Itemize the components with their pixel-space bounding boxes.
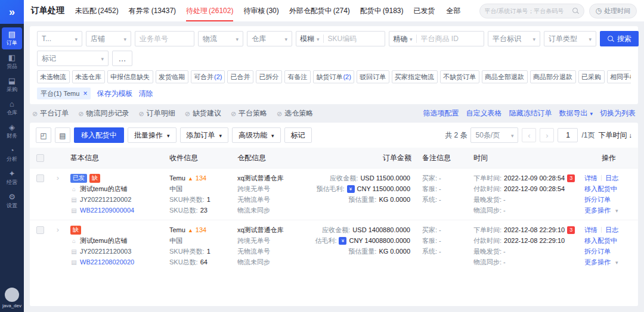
order-search[interactable] (479, 4, 584, 18)
match-mode-select[interactable]: 模糊 (296, 34, 323, 44)
country: 中国 (169, 236, 182, 245)
data-export-link[interactable]: 数据导出 (559, 108, 593, 118)
batch-actions-button[interactable]: 批量操作 (128, 127, 177, 143)
link-order-detail[interactable]: 订单明细 (138, 108, 175, 118)
user-avatar[interactable]: java_dev (0, 288, 24, 308)
tab-review[interactable]: 待审核(30) (243, 0, 278, 21)
link-shortage-suggestion[interactable]: 缺货建议 (185, 108, 221, 118)
fullscreen-button[interactable] (36, 127, 51, 143)
link-warehouse-strategy[interactable]: 选仓策略 (277, 108, 313, 118)
chip-ship-deadline[interactable]: 发货临期 (156, 70, 188, 83)
more-actions-link[interactable]: 更多操作 (584, 258, 611, 267)
order-search-input[interactable] (485, 8, 569, 14)
sidebar-item-operation[interactable]: ✦ 经营 (2, 167, 22, 189)
chevron-down-icon (269, 131, 274, 139)
custom-table-link[interactable]: 自定义表格 (466, 108, 501, 118)
chip-merged[interactable]: 已合并 (227, 70, 253, 83)
log-link[interactable]: 日志 (605, 174, 618, 183)
tab-pending[interactable]: 待处理(26102) (186, 0, 233, 21)
chip-no-shortage[interactable]: 不缺货订单 (440, 70, 479, 83)
select-all-checkbox[interactable] (36, 154, 44, 162)
chip-partial-refund[interactable]: 商品部分退款 (530, 70, 576, 83)
chip-split[interactable]: 已拆分 (256, 70, 282, 83)
link-logistics-sync-log[interactable]: 物流同步记录 (78, 108, 129, 118)
tab-abnormal[interactable]: 有异常(13437) (129, 0, 176, 21)
tab-allocating[interactable]: 配货中(9183) (360, 0, 404, 21)
next-page-button[interactable] (540, 128, 554, 142)
move-to-allocating-link[interactable]: 移入配货中 (584, 236, 617, 245)
chip-same-phone[interactable]: 相同手机 (607, 70, 631, 83)
sidebar-item-orders[interactable]: ▤ 订单 (2, 27, 22, 49)
chip-has-remark[interactable]: 有备注 (284, 70, 311, 83)
clear-filters-link[interactable]: 清除 (138, 89, 153, 99)
mark-button[interactable]: 标记 (284, 127, 312, 143)
sidebar-item-warehouse[interactable]: ⌂ 仓库 (2, 97, 22, 119)
wb-no-link[interactable]: WB221209000004 (80, 207, 134, 214)
search-button[interactable]: 搜索 (600, 31, 639, 46)
log-link[interactable]: 日志 (605, 226, 618, 235)
chip-declare-missing[interactable]: 申报信息缺失 (107, 70, 153, 83)
link-platform-strategy[interactable]: 平台策略 (231, 108, 267, 118)
chip-rejected[interactable]: 驳回订单 (357, 70, 389, 83)
add-order-button[interactable]: 添加订单 (180, 127, 229, 143)
hide-frozen-orders-link[interactable]: 隐藏冻结订单 (509, 108, 552, 118)
chip-no-warehouse[interactable]: 未选仓库 (72, 70, 105, 83)
platform-flag-select[interactable]: 平台标识 (488, 31, 540, 46)
tab-label: 待处理 (186, 6, 208, 16)
chip-purchased[interactable]: 已采购 (578, 70, 605, 83)
process-time-button[interactable]: 处理时间 (589, 4, 637, 18)
prev-page-button[interactable] (522, 128, 536, 142)
mark-select[interactable]: 标记 (37, 51, 109, 66)
store-select[interactable]: 店铺 (86, 31, 131, 46)
row-checkbox[interactable] (36, 174, 44, 182)
logistics-select[interactable]: 物流 (198, 31, 243, 46)
row-checkbox[interactable] (36, 226, 44, 234)
match-mode-select[interactable]: 精确 (389, 34, 416, 44)
expand-row-icon[interactable] (57, 173, 59, 216)
sidebar-item-purchase[interactable]: ⬓ 采购 (2, 74, 22, 96)
chip-full-refund[interactable]: 商品全部退款 (482, 70, 528, 83)
move-to-allocating-link[interactable]: 移入配货中 (584, 185, 617, 194)
page-size-select[interactable]: 50条/页 (470, 127, 518, 143)
split-order-link[interactable]: 拆分订单 (584, 195, 611, 204)
search-icon (607, 35, 614, 42)
tab-external-allocating[interactable]: 外部仓配货中(274) (289, 0, 350, 21)
chip-mergeable[interactable]: 可合并(2) (191, 70, 225, 83)
chip-no-logistics[interactable]: 未选物流 (37, 70, 70, 83)
table-config-button[interactable] (55, 127, 70, 143)
receivable-amount: USD 1400880.0000 (352, 226, 410, 233)
sidebar-item-finance[interactable]: ◈ 财务 (2, 120, 22, 142)
sidebar-item-settings[interactable]: ⚙ 设置 (2, 190, 22, 212)
order-type-select[interactable]: 订单类型 (544, 31, 596, 46)
finance-icon: ◈ (9, 123, 15, 132)
tab-all[interactable]: 全部 (446, 0, 462, 21)
chip-shortage-orders[interactable]: 缺货订单(2) (313, 70, 354, 83)
split-order-link[interactable]: 拆分订单 (584, 247, 611, 256)
move-to-allocating-button[interactable]: 移入配货中 (74, 127, 124, 143)
detail-link[interactable]: 详情 (584, 226, 597, 235)
business-no-input[interactable] (135, 31, 194, 46)
advanced-features-button[interactable]: 高级功能 (232, 127, 281, 143)
sidebar-item-goods[interactable]: ◧ 货品 (2, 51, 22, 73)
link-platform-orders[interactable]: 平台订单 (32, 108, 69, 118)
page-number-input[interactable] (558, 128, 578, 142)
wb-no-link[interactable]: WB221208020020 (80, 258, 134, 266)
detail-link[interactable]: 详情 (584, 174, 597, 183)
platform-select[interactable]: T... (37, 31, 82, 46)
save-template-link[interactable]: 保存为模板 (97, 89, 132, 99)
app-logo[interactable] (0, 0, 24, 24)
tab-shipped[interactable]: 已发货 (413, 0, 436, 21)
tab-unmatched[interactable]: 未匹配(2452) (75, 0, 119, 21)
sidebar-item-analytics[interactable]: ◔ 分析 (2, 143, 22, 166)
filter-config-link[interactable]: 筛选项配置 (423, 108, 459, 118)
sku-code-input[interactable] (324, 35, 385, 43)
warehouse-select[interactable]: 仓库 (247, 31, 292, 46)
switch-to-list-link[interactable]: 切换为列表 (600, 108, 636, 118)
platform-item-id-input[interactable] (417, 35, 484, 43)
close-icon[interactable] (83, 89, 87, 98)
more-actions-link[interactable]: 更多操作 (584, 206, 611, 215)
expand-row-icon[interactable] (57, 225, 59, 267)
more-filters-button[interactable] (112, 51, 132, 66)
chip-buyer-logistics[interactable]: 买家指定物流 (392, 70, 438, 83)
sort-order-time-button[interactable]: 下单时间 (599, 130, 633, 141)
